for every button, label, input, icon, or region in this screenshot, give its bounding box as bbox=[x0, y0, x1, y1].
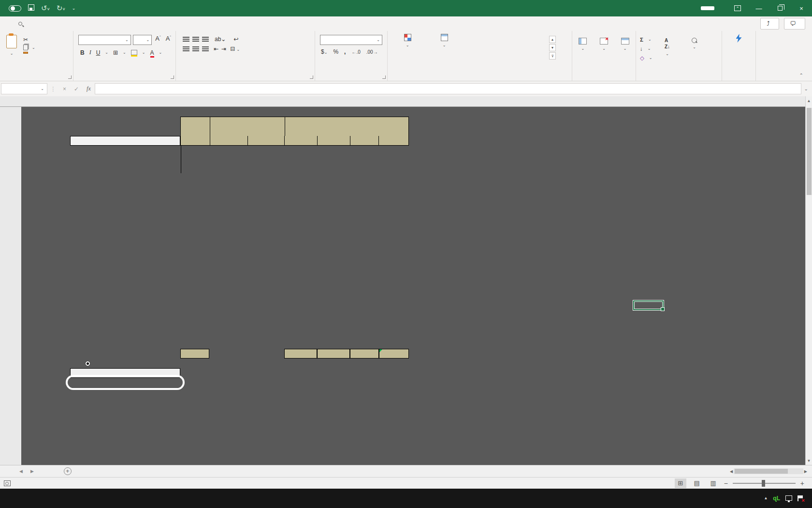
fill-color-icon[interactable] bbox=[131, 50, 137, 55]
accounting-format-icon[interactable]: $⌄ bbox=[321, 48, 327, 55]
horizontal-scrollbar[interactable]: ◀ ▶ bbox=[730, 467, 807, 475]
find-select-button[interactable]: ⌄ bbox=[682, 35, 707, 62]
format-as-table-icon bbox=[441, 34, 448, 41]
highlight-ring bbox=[66, 375, 185, 390]
decrease-font-icon[interactable]: Aˇ bbox=[164, 35, 173, 45]
sign-in-button[interactable] bbox=[701, 6, 714, 10]
borders-icon[interactable]: ⊞ bbox=[113, 49, 118, 56]
new-sheet-icon[interactable]: + bbox=[64, 467, 72, 475]
align-top-icon[interactable] bbox=[183, 37, 189, 38]
number-format-select[interactable]: ⌄ bbox=[320, 35, 382, 45]
macro-record-icon[interactable] bbox=[4, 480, 11, 486]
zoom-in-icon[interactable]: + bbox=[800, 479, 804, 487]
clear-button[interactable]: ◇⌄ bbox=[640, 53, 652, 62]
italic-button[interactable]: I bbox=[89, 49, 91, 56]
font-name-select[interactable]: ⌄ bbox=[78, 35, 131, 45]
page-layout-view-icon[interactable]: ▤ bbox=[691, 478, 703, 488]
restore-icon[interactable] bbox=[769, 0, 791, 16]
row-headers bbox=[0, 107, 21, 465]
clipboard-dialog-launcher[interactable] bbox=[68, 75, 72, 79]
page-break-view-icon[interactable]: ▥ bbox=[708, 478, 719, 488]
paste-button[interactable]: ⌄ bbox=[0, 31, 23, 56]
alignment-dialog-launcher[interactable] bbox=[310, 75, 313, 79]
undo-icon[interactable]: ↺˅ bbox=[41, 4, 50, 13]
bold-button[interactable]: B bbox=[80, 49, 85, 56]
format-as-table-button[interactable]: ⌄ bbox=[427, 31, 461, 60]
collapse-ribbon-icon[interactable]: ⌃ bbox=[799, 73, 803, 78]
ql-tray-icon[interactable]: ɋL bbox=[773, 495, 780, 502]
autosave-toggle[interactable] bbox=[6, 5, 21, 12]
comments-button[interactable]: 🗩 bbox=[784, 18, 806, 30]
format-painter-button[interactable] bbox=[23, 52, 35, 54]
align-bottom-icon[interactable] bbox=[202, 37, 209, 38]
cut-button[interactable]: ✂ bbox=[23, 36, 35, 43]
network-flag-icon[interactable] bbox=[798, 495, 803, 501]
hidden-icons-chevron-icon[interactable]: ▲ bbox=[764, 496, 768, 500]
increase-indent-icon[interactable]: ⇥ bbox=[221, 45, 226, 52]
underline-button[interactable]: U bbox=[96, 49, 101, 56]
delete-cells-button[interactable]: ⌄ bbox=[600, 35, 608, 51]
horizontal-scroll-thumb[interactable] bbox=[735, 469, 788, 474]
vertical-scrollbar[interactable]: ▲ ▼ bbox=[805, 96, 812, 465]
sheet-nav-right-icon[interactable]: ▶ bbox=[30, 469, 34, 474]
sheet-nav-left-icon[interactable]: ◀ bbox=[19, 469, 23, 474]
name-box[interactable]: ⌄ bbox=[1, 83, 47, 94]
normal-view-icon[interactable]: ⊞ bbox=[675, 478, 686, 488]
sort-filter-button[interactable]: AZ↓ ⌄ bbox=[656, 35, 679, 62]
customize-qat-icon[interactable]: ⌄ bbox=[72, 6, 76, 11]
hscroll-right-icon[interactable]: ▶ bbox=[804, 469, 807, 474]
search-box[interactable] bbox=[18, 22, 26, 26]
error-triangle-icon bbox=[379, 349, 382, 352]
format-cells-button[interactable]: ⌄ bbox=[621, 35, 629, 51]
increase-font-icon[interactable]: Aˆ bbox=[154, 35, 162, 45]
comma-style-icon[interactable]: , bbox=[344, 48, 346, 55]
save-icon[interactable] bbox=[28, 4, 34, 12]
selected-cell-v21[interactable] bbox=[633, 300, 664, 310]
number-dialog-launcher[interactable] bbox=[382, 75, 386, 79]
total-exp-value bbox=[317, 349, 350, 359]
wrap-text-icon: ↩ bbox=[233, 36, 238, 43]
refresh-control[interactable] bbox=[85, 359, 93, 367]
ideas-button[interactable] bbox=[722, 31, 755, 44]
formula-input[interactable] bbox=[95, 83, 801, 94]
orientation-icon[interactable]: ab⌄ bbox=[215, 36, 226, 43]
editing-group: Σ⌄ ↓⌄ ◇⌄ AZ↓ ⌄ ⌄ bbox=[636, 31, 722, 81]
autosum-button[interactable]: Σ⌄ bbox=[640, 35, 652, 44]
align-middle-icon[interactable] bbox=[192, 37, 199, 38]
expand-formula-bar-icon[interactable]: ⌄ bbox=[804, 86, 812, 91]
decrease-decimal-icon[interactable]: .00→ bbox=[366, 49, 378, 55]
wrap-text-button[interactable]: ↩ bbox=[233, 36, 238, 43]
increase-decimal-icon[interactable]: ←.0 bbox=[351, 49, 360, 55]
conditional-formatting-button[interactable]: ⌄ bbox=[388, 31, 427, 60]
close-icon[interactable]: × bbox=[791, 0, 812, 16]
scroll-up-icon[interactable]: ▲ bbox=[806, 96, 812, 105]
insert-cells-button[interactable]: ⌄ bbox=[579, 35, 587, 51]
display-tray-icon[interactable] bbox=[785, 495, 792, 501]
share-button[interactable]: ⤴ bbox=[760, 18, 779, 30]
zoom-slider[interactable] bbox=[762, 480, 765, 487]
font-dialog-launcher[interactable] bbox=[171, 75, 174, 79]
decrease-indent-icon[interactable]: ⇤ bbox=[214, 45, 218, 52]
zoom-out-icon[interactable]: − bbox=[724, 479, 728, 487]
ribbon-display-options-icon[interactable]: ⌃ bbox=[727, 0, 748, 16]
redo-icon[interactable]: ↻˅ bbox=[57, 4, 65, 13]
styles-gallery-scroll[interactable]: ▲▼⊽ bbox=[549, 31, 556, 60]
align-center-icon[interactable] bbox=[192, 46, 199, 47]
cancel-icon[interactable]: × bbox=[59, 86, 70, 92]
merge-center-button[interactable]: ⊟ ⌄ bbox=[230, 45, 240, 52]
fill-button[interactable]: ↓⌄ bbox=[640, 44, 652, 53]
insert-function-icon[interactable]: fx bbox=[83, 85, 95, 92]
enter-icon[interactable]: ✓ bbox=[70, 86, 83, 92]
percent-style-icon[interactable]: % bbox=[333, 48, 338, 55]
align-right-icon[interactable] bbox=[202, 46, 209, 47]
vertical-scroll-thumb[interactable] bbox=[807, 108, 812, 195]
align-left-icon[interactable] bbox=[183, 46, 189, 47]
copy-button[interactable]: ⌄ bbox=[23, 45, 35, 50]
hscroll-left-icon[interactable]: ◀ bbox=[730, 469, 733, 474]
font-color-icon[interactable]: A bbox=[150, 49, 154, 56]
search-icon bbox=[18, 22, 22, 26]
minimize-icon[interactable]: — bbox=[748, 0, 769, 16]
scroll-down-icon[interactable]: ▼ bbox=[806, 456, 812, 465]
font-size-select[interactable]: ⌄ bbox=[133, 35, 152, 45]
data-rows bbox=[70, 146, 409, 349]
